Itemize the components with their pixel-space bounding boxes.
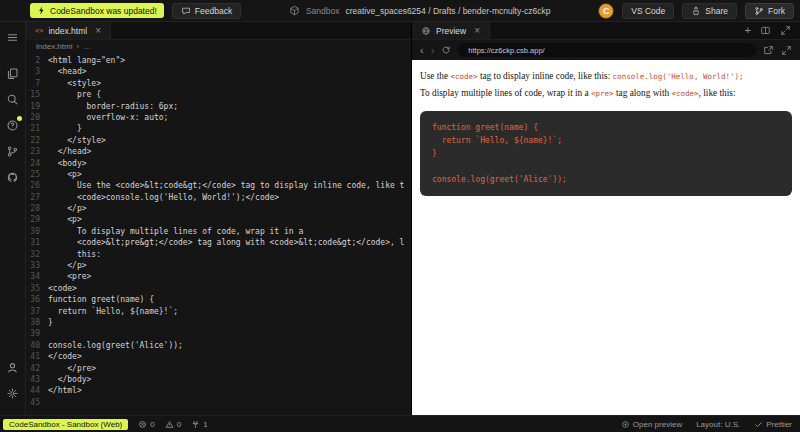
fullscreen-icon[interactable] xyxy=(781,45,792,56)
error-icon xyxy=(138,420,147,429)
update-badge-label: CodeSandbox was updated! xyxy=(50,6,157,16)
editor-panel: <> index.html × index.html › … 2<html la… xyxy=(26,22,412,415)
line-number: 7 xyxy=(26,78,48,89)
split-view-icon[interactable] xyxy=(760,25,771,36)
code-line[interactable]: 28 </p> xyxy=(26,203,411,214)
code-line[interactable]: 31 <code>&lt;pre&gt;</code> tag along wi… xyxy=(26,237,411,248)
line-number: 39 xyxy=(26,328,48,339)
open-preview-button[interactable]: Open preview xyxy=(621,420,682,429)
help-icon[interactable] xyxy=(4,116,22,134)
code-line[interactable]: 41</code> xyxy=(26,351,411,362)
prettier-label: Prettier xyxy=(766,420,792,429)
code-line[interactable]: 3 <head> xyxy=(26,66,411,77)
warning-counter[interactable]: 0 xyxy=(165,420,181,429)
avatar[interactable]: C xyxy=(598,3,614,19)
pop-out-icon[interactable] xyxy=(763,45,774,56)
fork-icon xyxy=(754,6,764,16)
html-file-icon: <> xyxy=(35,27,43,35)
error-counter[interactable]: 0 xyxy=(138,420,154,429)
files-icon[interactable] xyxy=(4,64,22,82)
code-line[interactable]: 19 border-radius: 6px; xyxy=(26,101,411,112)
code-line[interactable]: 38} xyxy=(26,317,411,328)
code-line[interactable]: 23 </head> xyxy=(26,146,411,157)
code-line[interactable]: 26 Use the <code>&lt;code&gt;</code> tag… xyxy=(26,180,411,191)
code-line[interactable]: 29 <p> xyxy=(26,214,411,225)
status-app-badge[interactable]: CodeSandbox - Sandbox (Web) xyxy=(3,419,128,430)
code-line[interactable]: 34 <pre> xyxy=(26,271,411,282)
editor-tab-label: index.html xyxy=(48,26,87,36)
fork-button[interactable]: Fork xyxy=(745,3,794,19)
breadcrumb[interactable]: index.html › … xyxy=(26,40,411,53)
line-text: </body> xyxy=(48,374,91,385)
add-tab-icon[interactable]: + xyxy=(745,25,751,36)
line-text: <p> xyxy=(48,169,82,180)
paragraph-text: Use the xyxy=(420,71,450,81)
code-line[interactable]: 15 pre { xyxy=(26,89,411,100)
status-bar: CodeSandbox - Sandbox (Web) 0 0 1 Open p… xyxy=(0,415,800,432)
tab-index-html[interactable]: <> index.html × xyxy=(26,22,111,39)
search-icon[interactable] xyxy=(4,90,22,108)
code-line[interactable]: 7 <style> xyxy=(26,78,411,89)
menu-icon[interactable] xyxy=(4,28,22,46)
chevron-right-icon: › xyxy=(76,42,79,51)
code-line[interactable]: 37 return `Hello, ${name}!`; xyxy=(26,306,411,317)
refresh-icon[interactable] xyxy=(441,45,451,55)
code-line[interactable]: 40console.log(greet('Alice')); xyxy=(26,340,411,351)
code-line[interactable]: 24 <body> xyxy=(26,158,411,169)
account-icon[interactable] xyxy=(4,358,22,376)
code-line[interactable]: 27 <code>console.log('Hello, World!');</… xyxy=(26,192,411,203)
megaphone-icon xyxy=(37,6,46,15)
close-preview-icon[interactable]: × xyxy=(474,26,480,36)
update-badge[interactable]: CodeSandbox was updated! xyxy=(30,3,164,18)
avatar-initial: C xyxy=(603,6,610,16)
chat-icon xyxy=(181,6,191,16)
code-line[interactable]: 39 xyxy=(26,328,411,339)
project-path[interactable]: creative_spaces6254 / Drafts / bender-mc… xyxy=(345,6,550,16)
code-line[interactable]: 25 <p> xyxy=(26,169,411,180)
port-counter[interactable]: 1 xyxy=(191,420,207,429)
settings-gear-icon[interactable] xyxy=(4,384,22,402)
code-line[interactable]: 42 </pre> xyxy=(26,363,411,374)
feedback-button[interactable]: Feedback xyxy=(172,3,241,19)
code-line[interactable]: 36function greet(name) { xyxy=(26,294,411,305)
prettier-indicator[interactable]: Prettier xyxy=(754,420,792,429)
line-text: </html> xyxy=(48,385,82,396)
forward-icon[interactable]: › xyxy=(431,45,435,56)
layout-label: Layout: U.S. xyxy=(696,420,740,429)
code-line[interactable]: 43 </body> xyxy=(26,374,411,385)
github-icon[interactable] xyxy=(4,168,22,186)
url-input[interactable]: https://cz6ckp.csb.app/ xyxy=(458,43,756,57)
tab-preview[interactable]: Preview × xyxy=(412,22,490,39)
code-line[interactable]: 33 </p> xyxy=(26,260,411,271)
layout-indicator[interactable]: Layout: U.S. xyxy=(696,420,740,429)
editor-code[interactable]: 2<html lang="en">3 <head>7 <style>15 pre… xyxy=(26,53,411,415)
line-number: 31 xyxy=(26,237,48,248)
fork-label: Fork xyxy=(768,6,785,16)
code-line[interactable]: 35<code> xyxy=(26,283,411,294)
code-line[interactable]: 30 To display multiple lines of code, wr… xyxy=(26,226,411,237)
git-branch-icon[interactable] xyxy=(4,142,22,160)
preview-panel: Preview × + ‹ › xyxy=(412,22,800,415)
line-text: <code> xyxy=(48,283,77,294)
code-line[interactable]: 20 overflow-x: auto; xyxy=(26,112,411,123)
line-text: } xyxy=(48,317,53,328)
code-line[interactable]: 2<html lang="en"> xyxy=(26,55,411,66)
code-line[interactable]: 32 this: xyxy=(26,249,411,260)
code-line[interactable]: 44</html> xyxy=(26,385,411,396)
line-number: 3 xyxy=(26,66,48,77)
expand-icon[interactable] xyxy=(780,25,791,36)
topbar-right: C VS Code Share Fork xyxy=(598,3,794,19)
close-tab-icon[interactable]: × xyxy=(95,26,101,36)
vscode-button[interactable]: VS Code xyxy=(622,3,674,19)
line-number: 26 xyxy=(26,180,48,191)
code-line[interactable]: 22 </style> xyxy=(26,135,411,146)
line-number: 35 xyxy=(26,283,48,294)
line-number: 42 xyxy=(26,363,48,374)
code-line[interactable]: 45 xyxy=(26,397,411,408)
line-number: 23 xyxy=(26,146,48,157)
back-icon[interactable]: ‹ xyxy=(420,45,424,56)
code-line[interactable]: 21 } xyxy=(26,123,411,134)
share-button[interactable]: Share xyxy=(682,3,737,19)
line-number: 37 xyxy=(26,306,48,317)
vscode-label: VS Code xyxy=(631,6,665,16)
